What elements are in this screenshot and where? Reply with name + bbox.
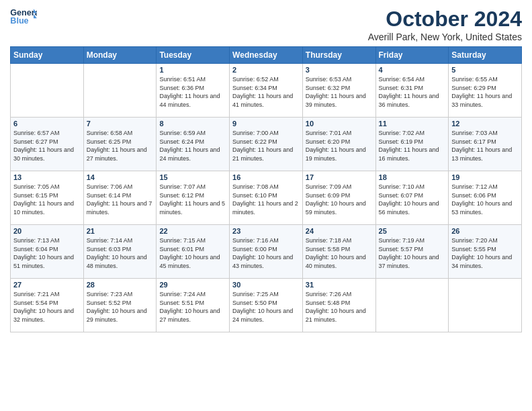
calendar-cell: 16Sunrise: 7:08 AM Sunset: 6:10 PM Dayli… [230,171,303,225]
col-thursday: Thursday [302,47,375,64]
calendar-cell: 20Sunrise: 7:13 AM Sunset: 6:04 PM Dayli… [11,225,84,279]
calendar-cell [83,64,157,118]
day-info: Sunrise: 6:54 AM Sunset: 6:31 PM Dayligh… [379,75,446,109]
day-info: Sunrise: 7:19 AM Sunset: 5:57 PM Dayligh… [379,236,446,270]
day-info: Sunrise: 7:07 AM Sunset: 6:12 PM Dayligh… [159,183,226,216]
day-number: 16 [232,173,300,181]
calendar-cell: 19Sunrise: 7:12 AM Sunset: 6:06 PM Dayli… [449,171,522,225]
day-info: Sunrise: 6:53 AM Sunset: 6:32 PM Dayligh… [306,75,373,109]
header-row: Sunday Monday Tuesday Wednesday Thursday… [11,47,522,64]
calendar-cell: 12Sunrise: 7:03 AM Sunset: 6:17 PM Dayli… [449,118,522,171]
logo: General Blue [10,7,37,27]
day-info: Sunrise: 7:09 AM Sunset: 6:09 PM Dayligh… [306,183,373,216]
day-info: Sunrise: 7:26 AM Sunset: 5:48 PM Dayligh… [306,290,373,324]
day-info: Sunrise: 6:55 AM Sunset: 6:29 PM Dayligh… [451,75,519,109]
day-number: 18 [379,173,446,181]
day-number: 6 [13,120,81,128]
calendar-cell: 10Sunrise: 7:01 AM Sunset: 6:20 PM Dayli… [302,118,375,171]
calendar-cell: 31Sunrise: 7:26 AM Sunset: 5:48 PM Dayli… [302,279,375,332]
calendar-table: Sunday Monday Tuesday Wednesday Thursday… [10,46,522,332]
day-info: Sunrise: 6:51 AM Sunset: 6:36 PM Dayligh… [159,75,226,109]
calendar-cell: 29Sunrise: 7:24 AM Sunset: 5:51 PM Dayli… [157,279,230,332]
day-number: 9 [232,120,300,128]
calendar-cell [11,64,84,118]
calendar-cell: 24Sunrise: 7:18 AM Sunset: 5:58 PM Dayli… [302,225,375,279]
day-info: Sunrise: 7:05 AM Sunset: 6:15 PM Dayligh… [13,183,81,216]
day-number: 20 [13,227,81,235]
calendar-cell: 13Sunrise: 7:05 AM Sunset: 6:15 PM Dayli… [11,171,84,225]
col-friday: Friday [375,47,449,64]
day-number: 21 [87,227,154,235]
calendar-cell: 6Sunrise: 6:57 AM Sunset: 6:27 PM Daylig… [11,118,84,171]
location: Averill Park, New York, United States [368,32,522,42]
day-info: Sunrise: 7:10 AM Sunset: 6:07 PM Dayligh… [379,183,446,216]
day-number: 23 [232,227,300,235]
col-saturday: Saturday [449,47,522,64]
day-number: 3 [306,66,373,74]
day-info: Sunrise: 6:58 AM Sunset: 6:25 PM Dayligh… [87,129,154,163]
day-number: 25 [379,227,446,235]
col-sunday: Sunday [11,47,84,64]
day-info: Sunrise: 7:01 AM Sunset: 6:20 PM Dayligh… [306,129,373,163]
col-wednesday: Wednesday [230,47,303,64]
day-info: Sunrise: 7:06 AM Sunset: 6:14 PM Dayligh… [87,183,154,216]
day-number: 29 [159,281,226,289]
day-number: 10 [306,120,373,128]
logo-icon: General Blue [10,7,37,27]
title-block: October 2024 Averill Park, New York, Uni… [368,7,522,42]
calendar-cell: 14Sunrise: 7:06 AM Sunset: 6:14 PM Dayli… [83,171,157,225]
day-number: 24 [306,227,373,235]
day-info: Sunrise: 7:16 AM Sunset: 6:00 PM Dayligh… [232,236,300,270]
day-info: Sunrise: 7:03 AM Sunset: 6:17 PM Dayligh… [451,129,519,163]
day-info: Sunrise: 6:57 AM Sunset: 6:27 PM Dayligh… [13,129,81,163]
day-number: 1 [159,66,226,74]
week-row-2: 6Sunrise: 6:57 AM Sunset: 6:27 PM Daylig… [11,118,522,171]
week-row-5: 27Sunrise: 7:21 AM Sunset: 5:54 PM Dayli… [11,279,522,332]
day-number: 31 [306,281,373,289]
day-number: 7 [87,120,154,128]
day-info: Sunrise: 7:13 AM Sunset: 6:04 PM Dayligh… [13,236,81,270]
day-info: Sunrise: 6:59 AM Sunset: 6:24 PM Dayligh… [159,129,226,163]
calendar-cell: 26Sunrise: 7:20 AM Sunset: 5:55 PM Dayli… [449,225,522,279]
day-number: 8 [159,120,226,128]
col-tuesday: Tuesday [157,47,230,64]
calendar-cell: 21Sunrise: 7:14 AM Sunset: 6:03 PM Dayli… [83,225,157,279]
day-info: Sunrise: 7:02 AM Sunset: 6:19 PM Dayligh… [379,129,446,163]
day-info: Sunrise: 7:18 AM Sunset: 5:58 PM Dayligh… [306,236,373,270]
day-info: Sunrise: 7:14 AM Sunset: 6:03 PM Dayligh… [87,236,154,270]
day-info: Sunrise: 7:00 AM Sunset: 6:22 PM Dayligh… [232,129,300,163]
calendar-cell: 30Sunrise: 7:25 AM Sunset: 5:50 PM Dayli… [230,279,303,332]
calendar-cell: 4Sunrise: 6:54 AM Sunset: 6:31 PM Daylig… [375,64,449,118]
day-number: 27 [13,281,81,289]
week-row-3: 13Sunrise: 7:05 AM Sunset: 6:15 PM Dayli… [11,171,522,225]
calendar-cell: 2Sunrise: 6:52 AM Sunset: 6:34 PM Daylig… [230,64,303,118]
day-number: 4 [379,66,446,74]
calendar-cell: 8Sunrise: 6:59 AM Sunset: 6:24 PM Daylig… [157,118,230,171]
day-info: Sunrise: 7:15 AM Sunset: 6:01 PM Dayligh… [159,236,226,270]
day-info: Sunrise: 7:20 AM Sunset: 5:55 PM Dayligh… [451,236,519,270]
day-number: 22 [159,227,226,235]
calendar-cell: 9Sunrise: 7:00 AM Sunset: 6:22 PM Daylig… [230,118,303,171]
day-number: 2 [232,66,300,74]
month-title: October 2024 [368,7,522,32]
calendar-container: General Blue October 2024 Averill Park, … [0,0,532,339]
calendar-cell: 23Sunrise: 7:16 AM Sunset: 6:00 PM Dayli… [230,225,303,279]
calendar-cell: 11Sunrise: 7:02 AM Sunset: 6:19 PM Dayli… [375,118,449,171]
calendar-cell: 28Sunrise: 7:23 AM Sunset: 5:52 PM Dayli… [83,279,157,332]
day-number: 28 [87,281,154,289]
day-info: Sunrise: 7:25 AM Sunset: 5:50 PM Dayligh… [232,290,300,324]
day-info: Sunrise: 6:52 AM Sunset: 6:34 PM Dayligh… [232,75,300,109]
day-number: 19 [451,173,519,181]
day-number: 15 [159,173,226,181]
day-number: 26 [451,227,519,235]
day-number: 14 [87,173,154,181]
calendar-cell: 17Sunrise: 7:09 AM Sunset: 6:09 PM Dayli… [302,171,375,225]
calendar-cell: 25Sunrise: 7:19 AM Sunset: 5:57 PM Dayli… [375,225,449,279]
day-number: 13 [13,173,81,181]
day-info: Sunrise: 7:08 AM Sunset: 6:10 PM Dayligh… [232,183,300,216]
day-number: 30 [232,281,300,289]
calendar-cell: 7Sunrise: 6:58 AM Sunset: 6:25 PM Daylig… [83,118,157,171]
svg-text:Blue: Blue [10,16,28,26]
calendar-cell: 1Sunrise: 6:51 AM Sunset: 6:36 PM Daylig… [157,64,230,118]
calendar-cell: 3Sunrise: 6:53 AM Sunset: 6:32 PM Daylig… [302,64,375,118]
